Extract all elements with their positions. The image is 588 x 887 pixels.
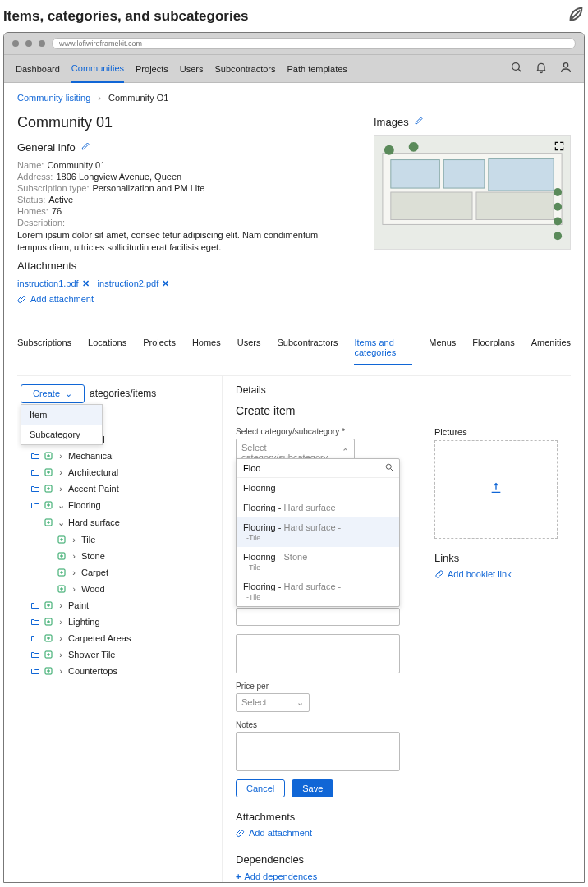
tree-row[interactable]: ›Lighting xyxy=(21,614,214,630)
tab-subscriptions[interactable]: Subscriptions xyxy=(17,331,71,365)
attachment-link[interactable]: instruction1.pdf ✕ xyxy=(17,278,90,289)
autocomplete-popup: FlooringFlooring - Hard surfaceFlooring … xyxy=(236,458,400,608)
plus-box-icon[interactable] xyxy=(44,633,53,643)
plus-box-icon[interactable] xyxy=(57,568,67,577)
tree-row[interactable]: ›Tile xyxy=(21,531,214,548)
tab-locations[interactable]: Locations xyxy=(88,331,126,365)
tree-row[interactable]: ⌄Flooring xyxy=(21,497,214,514)
chevron-right-icon: › xyxy=(57,451,65,461)
plus-box-icon[interactable] xyxy=(44,451,53,461)
svg-point-11 xyxy=(409,142,419,152)
dropdown-item[interactable]: Item xyxy=(21,405,102,425)
svg-point-15 xyxy=(554,232,562,240)
plus-box-icon[interactable] xyxy=(44,500,53,510)
tab-projects[interactable]: Projects xyxy=(143,331,176,365)
chevron-down-icon: ⌄ xyxy=(65,388,72,399)
add-attachment-link[interactable]: Add attachment xyxy=(17,294,94,304)
picture-dropzone[interactable] xyxy=(434,440,558,539)
nav-projects[interactable]: Projects xyxy=(136,56,168,82)
tree-row[interactable]: ›Shower Tile xyxy=(21,646,214,663)
search-icon[interactable] xyxy=(510,61,523,76)
tree-label: Stone xyxy=(81,551,105,561)
tab-floorplans[interactable]: Floorplans xyxy=(472,331,514,365)
dropdown-item[interactable]: Subcategory xyxy=(21,425,102,444)
add-attachment-link-form[interactable]: Add attachment xyxy=(236,828,312,838)
autocomplete-option[interactable]: Flooring - Hard surface xyxy=(237,498,399,517)
user-icon[interactable] xyxy=(559,61,572,76)
page-title: Items, categories, and subcategories xyxy=(3,8,249,25)
tree-row[interactable]: ›Wood xyxy=(21,581,214,597)
plus-box-icon[interactable] xyxy=(44,650,53,660)
tab-users[interactable]: Users xyxy=(237,331,261,365)
nav-subcontractors[interactable]: Subcontractors xyxy=(215,56,276,82)
window-dot-icon xyxy=(39,40,45,47)
price-per-label: Price per xyxy=(236,682,402,691)
tree-label: Tile xyxy=(81,535,95,545)
tree-row[interactable]: ›Mechanical xyxy=(21,448,214,464)
tree-row[interactable]: ›Architectural xyxy=(21,464,214,480)
save-button[interactable]: Save xyxy=(292,779,333,797)
nav-dashboard[interactable]: Dashboard xyxy=(16,56,60,82)
autocomplete-option[interactable]: Flooring - Hard surface --Tile xyxy=(237,577,399,606)
create-button[interactable]: Create ⌄ xyxy=(21,384,85,403)
textarea-field[interactable] xyxy=(236,634,400,673)
plus-box-icon[interactable] xyxy=(44,600,53,610)
autocomplete-option[interactable]: Flooring xyxy=(237,478,399,498)
plus-box-icon[interactable] xyxy=(57,535,67,545)
tab-items-categories[interactable]: Items and categories xyxy=(354,331,412,365)
add-booklet-link[interactable]: Add booklet link xyxy=(434,569,512,579)
tree-row[interactable]: ›Stone xyxy=(21,548,214,564)
plus-box-icon[interactable] xyxy=(57,584,67,594)
url-bar[interactable]: www.lofiwireframekit.com xyxy=(52,38,576,49)
text-field[interactable] xyxy=(236,608,400,626)
close-icon[interactable]: ✕ xyxy=(162,278,169,289)
nav-communities[interactable]: Communities xyxy=(71,55,124,83)
folder-icon xyxy=(30,467,40,477)
folder-icon xyxy=(30,600,40,610)
plus-box-icon[interactable] xyxy=(44,484,53,494)
chevron-right-icon: › xyxy=(57,650,65,660)
edit-icon[interactable] xyxy=(414,116,424,128)
tree-row[interactable]: ›Accent Paint xyxy=(21,480,214,497)
attachment-link[interactable]: instruction2.pdf ✕ xyxy=(98,278,170,289)
bell-icon[interactable] xyxy=(535,61,548,76)
tab-amenities[interactable]: Amenities xyxy=(531,331,571,365)
select-category-label: Select category/subcategory * xyxy=(236,427,402,436)
plus-box-icon[interactable] xyxy=(44,617,53,627)
window-dot-icon xyxy=(25,40,32,47)
tree-row[interactable]: ›Paint xyxy=(21,597,214,614)
attachments-row: instruction1.pdf ✕ instruction2.pdf ✕ xyxy=(17,278,349,289)
images-title: Images xyxy=(374,116,571,128)
tree-row[interactable]: ›Carpet xyxy=(21,564,214,581)
plus-box-icon[interactable] xyxy=(44,467,53,477)
site-plan-image[interactable] xyxy=(374,135,571,250)
community-header: Community 01 General info Name:Community… xyxy=(17,111,571,306)
tab-subcontractors[interactable]: Subcontractors xyxy=(277,331,338,365)
svg-line-62 xyxy=(391,468,393,471)
price-per-select[interactable]: Select ⌄ xyxy=(236,693,310,712)
cancel-button[interactable]: Cancel xyxy=(236,779,285,797)
details-heading: Details xyxy=(236,384,558,396)
search-input[interactable] xyxy=(241,462,384,474)
nav-users[interactable]: Users xyxy=(180,56,204,82)
nav-path-templates[interactable]: Path templates xyxy=(287,56,347,82)
chevron-down-icon: ⌄ xyxy=(57,517,65,528)
close-icon[interactable]: ✕ xyxy=(82,278,90,289)
tree-label: Shower Tile xyxy=(68,650,115,660)
tree-row[interactable]: ⌄Hard surface xyxy=(21,514,214,531)
autocomplete-option[interactable]: Flooring - Hard surface --Tile xyxy=(237,517,399,547)
tree-row[interactable]: ›Carpeted Areas xyxy=(21,630,214,646)
tree-row[interactable]: ›Countertops xyxy=(21,663,214,679)
add-dependences-link[interactable]: + Add dependences xyxy=(236,871,317,881)
chevron-down-icon: ⌄ xyxy=(57,500,65,511)
tab-menus[interactable]: Menus xyxy=(429,331,456,365)
tree-heading: ategories/items xyxy=(90,388,156,399)
notes-field[interactable] xyxy=(236,732,400,771)
plus-box-icon[interactable] xyxy=(57,551,67,561)
breadcrumb-link[interactable]: Community lisiting xyxy=(17,93,90,103)
plus-box-icon[interactable] xyxy=(44,517,53,527)
plus-box-icon[interactable] xyxy=(44,666,53,676)
edit-icon[interactable] xyxy=(80,141,90,154)
tab-homes[interactable]: Homes xyxy=(192,331,221,365)
autocomplete-option[interactable]: Flooring - Stone --Tile xyxy=(237,547,399,577)
